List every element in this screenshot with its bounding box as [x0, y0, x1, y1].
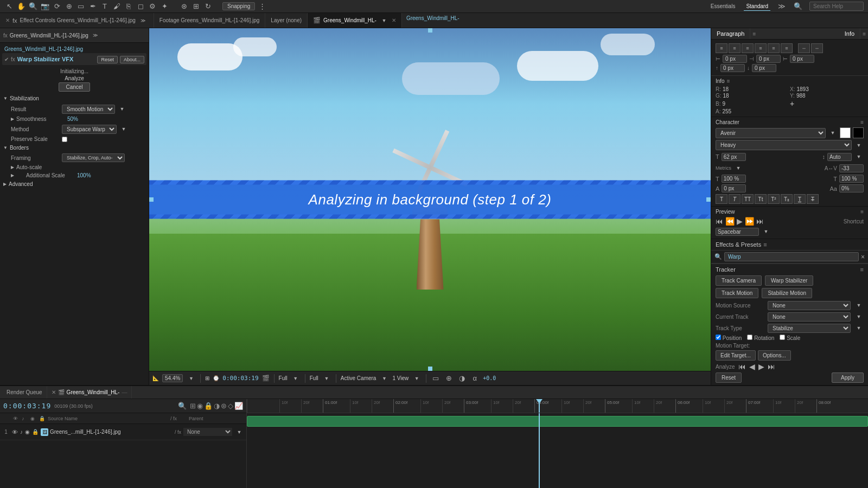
tracker-apply-btn[interactable]: Apply — [832, 373, 864, 383]
tl-solo-btn[interactable]: ◉ — [197, 402, 203, 410]
stabilize-motion-btn[interactable]: Stabilize Motion — [762, 288, 812, 298]
current-track-select[interactable]: None — [768, 312, 851, 322]
color-swatch-fg[interactable] — [840, 127, 851, 138]
paragraph-tab[interactable]: Paragraph — [711, 28, 750, 39]
workspace-search-icon[interactable]: 🔍 — [793, 2, 803, 11]
resolution-down-icon[interactable]: ▼ — [322, 374, 331, 383]
preview-step-back-btn[interactable]: ⏮ — [716, 217, 723, 226]
zoom-tool-icon[interactable]: 🔍 — [28, 2, 38, 11]
resolution-label[interactable]: Full — [310, 375, 318, 381]
workspace-essentials[interactable]: Essentials — [709, 2, 738, 10]
tl-mode-btn[interactable]: ⊛ — [221, 402, 227, 410]
font-size-input[interactable]: 62 px — [722, 153, 746, 161]
timeline-link-btn[interactable]: ⌚ — [213, 375, 219, 381]
tl-lock-btn[interactable]: 🔒 — [204, 402, 213, 410]
quality-down-icon[interactable]: ▼ — [291, 374, 301, 383]
view-down-icon[interactable]: ▼ — [412, 374, 422, 383]
leading-down-icon[interactable]: ▼ — [854, 152, 864, 162]
ec-expand-icon[interactable]: ≫ — [91, 30, 100, 40]
italic-btn[interactable]: T — [729, 194, 741, 204]
tab-footage[interactable]: Footage Greens_Windmill_HL-[1-246].jpg — [154, 13, 266, 28]
preview-frame-back-btn[interactable]: ⏪ — [725, 217, 735, 226]
layer-name[interactable]: Greens_...mill_HL-[1-246].jpg — [50, 429, 121, 435]
effects-menu-btn[interactable]: ≡ — [763, 241, 767, 248]
comp-shortcut-tab[interactable]: Greens_Windmill_HL- — [402, 13, 464, 28]
font-family-expand-icon[interactable]: ▼ — [828, 128, 838, 138]
preview-step-fwd-btn[interactable]: ⏭ — [756, 217, 764, 226]
tab-layer[interactable]: Layer (none) — [265, 13, 308, 28]
edit-target-btn[interactable]: Edit Target... — [716, 350, 756, 361]
workspace-expand-icon[interactable]: ≫ — [777, 2, 787, 11]
parent-down-icon[interactable]: ▼ — [234, 427, 244, 437]
puppet-tool-icon[interactable]: ✦ — [159, 2, 169, 11]
motion-source-down-icon[interactable]: ▼ — [854, 300, 864, 310]
preview-menu-btn[interactable]: ≡ — [860, 209, 864, 215]
space-after-input[interactable] — [752, 64, 776, 72]
layer-eye-icon[interactable]: 👁 — [12, 429, 18, 435]
subscript-btn[interactable]: T₂ — [781, 194, 793, 204]
align-right-btn[interactable]: ≡ — [742, 43, 754, 53]
analyze-last-btn[interactable]: ⏭ — [767, 362, 776, 371]
shortcut-input[interactable]: Spacebar — [716, 228, 759, 236]
quality-label[interactable]: Full — [279, 375, 288, 381]
text-tool-icon[interactable]: T — [100, 2, 110, 11]
borders-section-header[interactable]: ▼ Borders — [2, 143, 146, 152]
zoom-value[interactable]: 54.4% — [162, 374, 183, 382]
magnification-btn[interactable]: 📐 — [152, 375, 159, 381]
method-dropdown[interactable]: Subspace Warp — [62, 125, 117, 134]
comp-close-x[interactable]: ✕ — [52, 389, 56, 395]
scale-h-input[interactable] — [722, 175, 746, 183]
timeline-layer-row[interactable]: 1 👁 ♪ ◉ 🔒 🖼 Greens_...mill_HL-[1-246].jp… — [0, 424, 246, 440]
render-queue-tab[interactable]: Render Queue — [2, 386, 47, 399]
color-swatch-bg[interactable] — [853, 127, 864, 138]
tab-comp-menu-icon[interactable]: ▼ — [379, 16, 389, 25]
advanced-section-header[interactable]: ▶ Advanced — [2, 179, 146, 189]
layer-lock-icon[interactable]: 🔒 — [32, 429, 39, 435]
rotate-tool-icon[interactable]: ↻ — [203, 2, 213, 11]
track-type-down-icon[interactable]: ▼ — [854, 323, 864, 333]
viewer-handle-left[interactable] — [149, 197, 154, 202]
space-before-input[interactable] — [720, 64, 745, 72]
viewer-area[interactable]: Analyzing in background (step 1 of 2) — [149, 28, 711, 371]
align-left-btn[interactable]: ≡ — [716, 43, 727, 53]
scale-checkbox[interactable] — [780, 335, 785, 340]
track-camera-btn[interactable]: Track Camera — [716, 275, 762, 286]
grid-guide-icon[interactable]: ⊕ — [444, 374, 454, 383]
orbit-tool-icon[interactable]: ⟳ — [52, 2, 62, 11]
track-type-select[interactable]: Stabilize — [768, 324, 851, 333]
tab-expand-icon[interactable]: ≫ — [138, 16, 148, 25]
motion-source-select[interactable]: None — [768, 301, 851, 310]
tracker-menu-btn[interactable]: ≡ — [860, 266, 864, 273]
indent-right-input[interactable] — [756, 55, 781, 63]
view-label[interactable]: 1 View — [392, 375, 409, 381]
camera-label[interactable]: Active Camera — [341, 375, 376, 381]
metrics-down-icon[interactable]: ▼ — [733, 163, 743, 173]
tracking-input[interactable]: -33 — [839, 164, 864, 172]
eraser-tool-icon[interactable]: ◻ — [136, 2, 145, 11]
rotation-checkbox-label[interactable]: Rotation — [747, 335, 774, 341]
font-family-select[interactable]: Avenir — [716, 128, 826, 138]
scale-v-input[interactable] — [839, 175, 864, 183]
ltr-btn[interactable]: ↔ — [811, 43, 823, 53]
snapping-button[interactable]: Snapping — [222, 2, 255, 10]
arrow-tool-icon[interactable]: ↖ — [4, 2, 14, 11]
analyze-first-btn[interactable]: ⏮ — [737, 362, 747, 371]
bold-btn[interactable]: T — [716, 194, 727, 204]
search-input[interactable] — [809, 2, 864, 11]
clone-tool-icon[interactable]: ⎘ — [124, 2, 133, 11]
preserve-scale-checkbox[interactable] — [62, 137, 67, 142]
roto-tool-icon[interactable]: ⚙ — [148, 2, 157, 11]
underline-btn[interactable]: T — [794, 194, 806, 204]
indent-first-input[interactable] — [790, 55, 814, 63]
small-caps-btn[interactable]: Tt — [755, 194, 767, 204]
scale-checkbox-label[interactable]: Scale — [780, 335, 800, 341]
tsume-input[interactable] — [839, 184, 864, 192]
camera-tool-icon[interactable]: 📷 — [40, 2, 50, 11]
snapping-options-icon[interactable]: ⋮ — [257, 2, 267, 11]
anchor-tool-icon[interactable]: ⊛ — [179, 2, 189, 11]
align-justify-btn[interactable]: ≡ — [755, 43, 767, 53]
font-weight-select[interactable]: Heavy — [716, 140, 852, 150]
tl-shapes-btn[interactable]: ◇ — [228, 402, 233, 410]
position-checkbox[interactable] — [716, 335, 721, 340]
timeline-ruler[interactable]: 10f 20f 01:00f 10f 20f 02:00f 10f 20f 03… — [247, 399, 868, 413]
